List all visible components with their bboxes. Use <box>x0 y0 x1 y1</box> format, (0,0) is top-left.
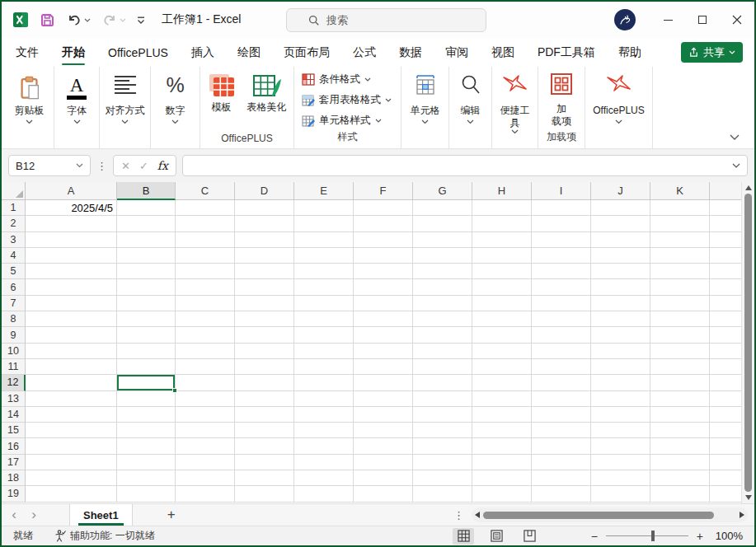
page-layout-view-button[interactable] <box>486 528 507 545</box>
close-button[interactable] <box>720 2 754 38</box>
table-beautify-button[interactable]: 表格美化 <box>243 72 291 114</box>
add-sheet-button[interactable]: + <box>167 507 176 523</box>
formula-input[interactable] <box>190 160 732 172</box>
cell-C2[interactable] <box>176 216 235 231</box>
cell-B3[interactable] <box>117 232 176 248</box>
cell-B5[interactable] <box>117 264 176 279</box>
minimize-button[interactable] <box>650 2 685 38</box>
row-header-2[interactable]: 2 <box>2 216 26 231</box>
column-header-I[interactable]: I <box>532 182 591 200</box>
cell-D8[interactable] <box>235 311 294 327</box>
cell-K18[interactable] <box>650 470 710 486</box>
cell-C18[interactable] <box>176 470 235 486</box>
number-button[interactable]: % 数字 <box>151 67 200 148</box>
cell-G14[interactable] <box>413 407 472 423</box>
row-header-10[interactable]: 10 <box>2 344 26 359</box>
cell-K13[interactable] <box>650 391 710 407</box>
column-header-H[interactable]: H <box>472 182 532 200</box>
cell-D1[interactable] <box>235 200 294 216</box>
cell-B7[interactable] <box>117 296 176 311</box>
cell-G12[interactable] <box>413 375 472 390</box>
cell-J3[interactable] <box>591 232 650 248</box>
cell-G8[interactable] <box>413 311 472 327</box>
fill-handle[interactable] <box>172 388 177 393</box>
cell-H11[interactable] <box>472 359 532 375</box>
group-number[interactable]: % 数字 <box>151 67 200 148</box>
column-header-K[interactable]: K <box>650 182 710 200</box>
cell-A14[interactable] <box>26 407 117 423</box>
save-icon[interactable] <box>40 12 55 28</box>
cell-E19[interactable] <box>294 486 354 502</box>
cell-J13[interactable] <box>591 391 650 407</box>
select-all-button[interactable] <box>2 182 26 200</box>
cell-E9[interactable] <box>294 327 354 343</box>
cell-I3[interactable] <box>532 232 591 248</box>
cell-H4[interactable] <box>472 248 532 264</box>
cell-B15[interactable] <box>117 423 176 438</box>
cell-D2[interactable] <box>235 216 294 231</box>
insert-function-button[interactable]: fx <box>157 159 168 172</box>
cell-E13[interactable] <box>294 391 354 407</box>
cell-C12[interactable] <box>176 375 235 390</box>
cell-K11[interactable] <box>650 359 710 375</box>
cell-C10[interactable] <box>176 344 235 359</box>
cell-G17[interactable] <box>413 455 472 470</box>
column-header-J[interactable]: J <box>591 182 650 200</box>
cell-E14[interactable] <box>294 407 354 423</box>
normal-view-button[interactable] <box>453 528 474 545</box>
cell-H12[interactable] <box>472 375 532 390</box>
column-header-G[interactable]: G <box>413 182 472 200</box>
scroll-right-arrow-icon[interactable] <box>740 512 744 518</box>
tab-pdf-toolbox[interactable]: PDF工具箱 <box>538 38 595 67</box>
cell-F3[interactable] <box>354 232 413 248</box>
cell-H18[interactable] <box>472 470 532 486</box>
zoom-level[interactable]: 100% <box>711 530 743 542</box>
cell-D15[interactable] <box>235 423 294 438</box>
cell-H9[interactable] <box>472 327 532 343</box>
row-header-11[interactable]: 11 <box>2 359 26 375</box>
row-header-5[interactable]: 5 <box>2 264 26 279</box>
excel-logo-icon[interactable] <box>12 12 29 28</box>
cell-B9[interactable] <box>117 327 176 343</box>
cell-E11[interactable] <box>294 359 354 375</box>
cell-B8[interactable] <box>117 311 176 327</box>
cell-H5[interactable] <box>472 264 532 279</box>
search-input[interactable]: 搜索 <box>286 8 486 32</box>
cell-A18[interactable] <box>26 470 117 486</box>
cell-A19[interactable] <box>26 486 117 502</box>
cell-F6[interactable] <box>354 279 413 295</box>
cell-E17[interactable] <box>294 455 354 470</box>
accessibility-status[interactable]: 辅助功能: 一切就绪 <box>54 529 155 543</box>
cell-D7[interactable] <box>235 296 294 311</box>
zoom-out-button[interactable]: − <box>591 530 598 543</box>
cell-G11[interactable] <box>413 359 472 375</box>
page-break-preview-button[interactable] <box>519 528 540 545</box>
cell-H16[interactable] <box>472 438 532 454</box>
row-header-13[interactable]: 13 <box>2 391 26 407</box>
scroll-left-arrow-icon[interactable] <box>475 512 480 518</box>
row-header-7[interactable]: 7 <box>2 296 26 311</box>
cell-I15[interactable] <box>532 423 591 438</box>
cell-C16[interactable] <box>176 438 235 454</box>
cell-E7[interactable] <box>294 296 354 311</box>
group-font[interactable]: A 字体 <box>54 67 100 148</box>
cell-K14[interactable] <box>650 407 710 423</box>
cell-B12[interactable] <box>117 375 176 390</box>
cell-J16[interactable] <box>591 438 650 454</box>
cell-K1[interactable] <box>650 200 710 216</box>
cell-I7[interactable] <box>532 296 591 311</box>
cell-H14[interactable] <box>472 407 532 423</box>
cell-K2[interactable] <box>650 216 710 231</box>
cell-A6[interactable] <box>26 279 117 295</box>
cell-F1[interactable] <box>354 200 413 216</box>
cell-J9[interactable] <box>591 327 650 343</box>
cell-H19[interactable] <box>472 486 532 502</box>
cell-I17[interactable] <box>532 455 591 470</box>
cell-J17[interactable] <box>591 455 650 470</box>
cell-I12[interactable] <box>532 375 591 390</box>
tab-file[interactable]: 文件 <box>16 38 39 67</box>
cell-E16[interactable] <box>294 438 354 454</box>
cell-A9[interactable] <box>26 327 117 343</box>
cell-C11[interactable] <box>176 359 235 375</box>
zoom-slider-handle[interactable] <box>651 531 655 541</box>
